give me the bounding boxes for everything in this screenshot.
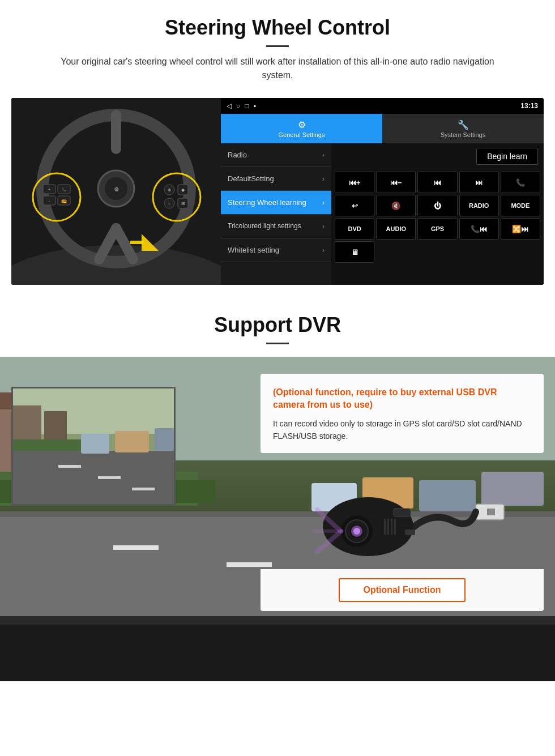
menu-steering-label: Steering Wheel learning — [228, 198, 306, 207]
svg-text:⊕: ⊕ — [168, 187, 172, 193]
recents-icon[interactable]: □ — [245, 102, 249, 110]
dvr-title: Support DVR — [23, 313, 532, 337]
dvr-section: Support DVR — [0, 302, 555, 681]
ctrl-btn-prev-track[interactable]: ⏮ — [417, 172, 457, 193]
wrench-icon: 🔧 — [458, 119, 469, 130]
optional-function-area: Optional Function — [261, 569, 544, 611]
chevron-right-icon-radio: › — [322, 151, 325, 159]
svg-rect-69 — [384, 519, 386, 535]
svg-rect-74 — [405, 529, 415, 535]
dvr-optional-text: (Optional function, require to buy exter… — [273, 386, 531, 412]
back-icon[interactable]: ◁ — [227, 102, 232, 110]
android-ui-side: ◁ ○ □ ▪ 13:13 ⚙ General Settings 🔧 Syste… — [221, 98, 544, 285]
dvr-title-divider — [266, 343, 289, 344]
menu-tricoloured-label: Tricoloured light settings — [228, 222, 301, 231]
ctrl-btn-audio[interactable]: AUDIO — [376, 218, 416, 240]
ctrl-btn-mode[interactable]: MODE — [501, 195, 540, 216]
chevron-right-icon-tri: › — [322, 223, 325, 230]
svg-rect-47 — [0, 619, 555, 681]
svg-rect-28 — [130, 241, 143, 244]
ctrl-btn-power[interactable]: ⏻ — [417, 195, 457, 216]
svg-rect-62 — [487, 509, 495, 515]
svg-rect-56 — [98, 476, 121, 479]
ctrl-btn-vol-up[interactable]: ⏮+ — [335, 172, 374, 193]
svg-rect-55 — [58, 465, 81, 468]
tab-system-label: System Settings — [441, 131, 485, 138]
title-divider — [266, 45, 289, 47]
svg-point-68 — [353, 528, 360, 535]
svg-rect-57 — [132, 488, 155, 490]
menu-radio-label: Radio — [228, 151, 247, 159]
svg-rect-60 — [155, 428, 174, 451]
svg-text:◆: ◆ — [181, 187, 185, 193]
dvr-title-area: Support DVR — [0, 302, 555, 357]
svg-text:⊞: ⊞ — [181, 201, 185, 206]
menu-item-radio[interactable]: Radio › — [221, 143, 331, 167]
svg-rect-70 — [387, 519, 389, 535]
svg-rect-73 — [394, 509, 411, 516]
dvr-preview-thumbnail — [11, 387, 176, 506]
chevron-right-icon-steering: › — [322, 199, 325, 207]
control-buttons-grid: ⏮+ ⏮− ⏮ ⏭ 📞 ↩ 🔇 ⏻ RADIO MODE DVD AUDIO G… — [331, 169, 544, 265]
status-icons-left: ◁ ○ □ ▪ — [227, 102, 256, 110]
menu-icon[interactable]: ▪ — [254, 102, 256, 110]
menu-item-whitelist[interactable]: Whitelist setting › — [221, 238, 331, 262]
section1-title: Steering Wheel Control — [23, 16, 532, 40]
chevron-right-icon-white: › — [322, 246, 325, 254]
svg-rect-48 — [0, 616, 555, 625]
ctrl-btn-next-track[interactable]: ⏭ — [459, 172, 499, 193]
svg-text:+: + — [48, 187, 51, 192]
dvr-info-card: (Optional function, require to buy exter… — [261, 374, 544, 453]
menu-item-steering-wheel[interactable]: Steering Wheel learning › — [221, 191, 331, 215]
menu-item-tricoloured[interactable]: Tricoloured light settings › — [221, 215, 331, 238]
section1-subtitle: Your original car's steering wheel contr… — [45, 55, 510, 82]
svg-rect-58 — [81, 434, 109, 454]
dvr-thumb-svg — [13, 388, 176, 506]
android-status-bar: ◁ ○ □ ▪ 13:13 — [221, 98, 544, 114]
tab-general-settings[interactable]: ⚙ General Settings — [221, 114, 382, 143]
menu-list: Radio › DefaultSetting › Steering Wheel … — [221, 143, 331, 285]
ctrl-btn-radio[interactable]: RADIO — [459, 195, 499, 216]
begin-learn-row: Begin learn — [331, 143, 544, 169]
home-icon[interactable]: ○ — [236, 102, 240, 110]
ctrl-btn-hangup[interactable]: ↩ — [335, 195, 374, 216]
ctrl-btn-gps[interactable]: GPS — [417, 218, 457, 240]
ctrl-btn-mute[interactable]: 🔇 — [376, 195, 416, 216]
status-time: 13:13 — [520, 102, 538, 110]
ctrl-btn-shuffle-next[interactable]: 🔀⏭ — [501, 218, 540, 240]
steering-wheel-container: ⚙ + - 📞 📻 ⊕ ◆ ○ ⊞ — [11, 98, 544, 285]
controls-area: Begin learn ⏮+ ⏮− ⏮ ⏭ 📞 ↩ 🔇 ⏻ RADIO MODE — [331, 143, 544, 285]
ctrl-btn-call-prev[interactable]: 📞⏮ — [459, 218, 499, 240]
svg-rect-72 — [394, 519, 396, 535]
tab-general-label: General Settings — [279, 131, 325, 138]
svg-text:-: - — [49, 198, 50, 203]
dvr-camera-svg — [294, 464, 510, 566]
svg-text:📞: 📞 — [62, 187, 67, 192]
begin-learn-button[interactable]: Begin learn — [476, 148, 538, 165]
optional-function-button[interactable]: Optional Function — [339, 578, 466, 602]
ctrl-btn-call[interactable]: 📞 — [501, 172, 540, 193]
menu-item-defaultsetting[interactable]: DefaultSetting › — [221, 167, 331, 191]
ctrl-btn-screen[interactable]: 🖥 — [335, 241, 374, 263]
svg-text:○: ○ — [168, 201, 171, 206]
svg-text:⚙: ⚙ — [114, 186, 119, 193]
section1-title-area: Steering Wheel Control Your original car… — [0, 0, 555, 88]
steering-wheel-svg: ⚙ + - 📞 📻 ⊕ ◆ ○ ⊞ — [11, 98, 221, 285]
steering-wheel-image-side: ⚙ + - 📞 📻 ⊕ ◆ ○ ⊞ — [11, 98, 221, 285]
svg-rect-71 — [391, 519, 392, 535]
settings-main-panel: Radio › DefaultSetting › Steering Wheel … — [221, 143, 544, 285]
dvr-camera-image-area — [261, 462, 544, 569]
ctrl-btn-vol-down[interactable]: ⏮− — [376, 172, 416, 193]
ctrl-btn-dvd[interactable]: DVD — [335, 218, 374, 240]
menu-whitelist-label: Whitelist setting — [228, 246, 279, 254]
gear-icon: ⚙ — [298, 119, 306, 130]
svg-rect-59 — [115, 431, 149, 452]
chevron-right-icon-default: › — [322, 175, 325, 183]
svg-marker-54 — [13, 451, 176, 506]
settings-tabs: ⚙ General Settings 🔧 System Settings — [221, 114, 544, 143]
tab-system-settings[interactable]: 🔧 System Settings — [382, 114, 544, 143]
menu-default-label: DefaultSetting — [228, 174, 274, 183]
svg-text:📻: 📻 — [61, 198, 67, 203]
dvr-description: It can record video only to storage in G… — [273, 417, 531, 443]
dvr-preview-inner — [13, 388, 174, 504]
